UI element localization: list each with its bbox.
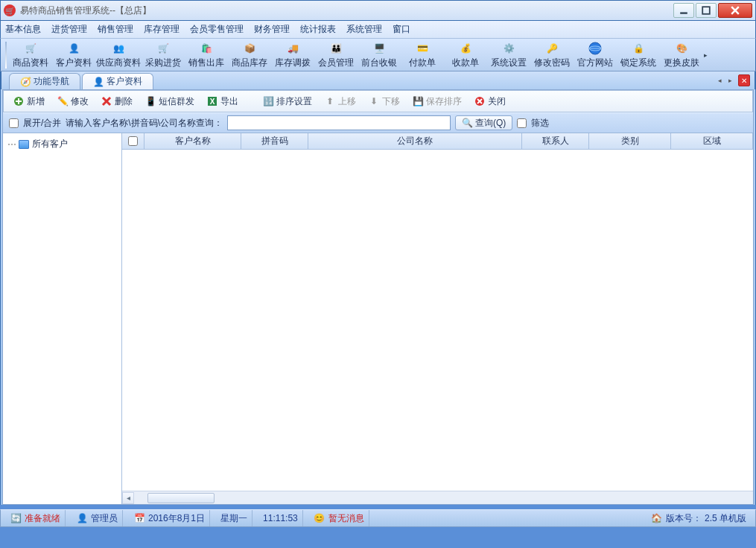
status-date: 📅2016年8月1日 (129, 510, 210, 526)
col-customer-name[interactable]: 客户名称 (144, 133, 241, 149)
tab-next[interactable]: ▸ (725, 74, 735, 86)
menu-reports[interactable]: 统计报表 (300, 23, 336, 36)
expand-checkbox[interactable] (9, 118, 19, 128)
tb-purchase-in[interactable]: 🛒采购进货 (142, 40, 184, 70)
tb-settings[interactable]: ⚙️系统设置 (488, 40, 530, 70)
globe-icon (588, 41, 603, 56)
status-bar: 🔄准备就绪 👤管理员 📅2016年8月1日 星期一 11:11:53 😊暂无消息… (0, 509, 756, 527)
menu-bar: 基本信息 进货管理 销售管理 库存管理 会员零售管理 财务管理 统计报表 系统管… (0, 21, 756, 39)
tb-stock[interactable]: 📦商品库存 (229, 40, 270, 70)
add-button[interactable]: 新增 (8, 94, 49, 109)
payout-icon: 💳 (415, 41, 430, 56)
tab-customer[interactable]: 👤 客户资料 (82, 73, 153, 89)
tab-strip: 🧭 功能导航 👤 客户资料 ◂ ▸ ✕ (1, 71, 755, 89)
truck-icon: 🚚 (285, 41, 300, 56)
refresh-icon: 🔄 (10, 512, 22, 524)
status-time: 11:11:53 (258, 510, 303, 526)
grid-header: 客户名称 拼音码 公司名称 联系人 类别 区域 (122, 133, 753, 150)
tb-member[interactable]: 👪会员管理 (315, 40, 357, 70)
tb-password[interactable]: 🔑修改密码 (531, 40, 573, 70)
excel-icon: X (206, 95, 218, 107)
col-region[interactable]: 区域 (671, 133, 753, 149)
tb-pos[interactable]: 🖥️前台收银 (358, 40, 400, 70)
toolbar-overflow[interactable]: ▸ (704, 51, 711, 59)
tb-sales-out[interactable]: 🛍️销售出库 (185, 40, 227, 70)
msg-icon: 😊 (314, 512, 325, 524)
key-icon: 🔑 (544, 41, 559, 56)
scroll-left[interactable]: ◂ (122, 492, 134, 504)
tb-transfer[interactable]: 🚚库存调拨 (272, 40, 314, 70)
tb-supplier-info[interactable]: 👥供应商资料 (96, 40, 141, 70)
filter-label: 筛选 (531, 117, 549, 130)
tab-nav[interactable]: 🧭 功能导航 (9, 73, 80, 89)
export-button[interactable]: X导出 (202, 94, 243, 109)
tb-customer-info[interactable]: 👤客户资料 (53, 40, 95, 70)
close-icon (474, 95, 486, 107)
edit-button[interactable]: ✏️修改 (52, 94, 93, 109)
col-contact[interactable]: 联系人 (522, 133, 589, 149)
cart-in-icon: 🛒 (156, 41, 171, 56)
status-version: 🏠版本号：2.5 单机版 (647, 510, 751, 526)
menu-stock[interactable]: 库存管理 (144, 23, 180, 36)
status-msg: 😊暂无消息 (309, 510, 369, 526)
box-icon: 📦 (242, 41, 257, 56)
plus-icon (13, 95, 25, 107)
app-icon: 🛒 (4, 4, 16, 16)
expand-label: 展开/合并 (23, 117, 61, 130)
col-company[interactable]: 公司名称 (308, 133, 522, 149)
tb-website[interactable]: 官方网站 (574, 40, 616, 70)
tab-prev[interactable]: ◂ (714, 74, 725, 86)
sort-icon: 🔢 (262, 95, 274, 107)
search-input[interactable] (227, 115, 451, 130)
grid-body (122, 150, 753, 491)
menu-basic-info[interactable]: 基本信息 (5, 23, 41, 36)
nav-icon: 🧭 (20, 77, 31, 87)
menu-finance[interactable]: 财务管理 (254, 23, 290, 36)
tree-root[interactable]: ⋯ 所有客户 (7, 136, 117, 152)
close-tab-button[interactable]: 关闭 (469, 94, 510, 109)
user-status-icon: 👤 (76, 512, 88, 524)
scroll-thumb[interactable] (147, 493, 215, 503)
move-up-button[interactable]: ⬆上移 (320, 94, 360, 109)
tb-product-info[interactable]: 🛒商品资料 (10, 40, 51, 70)
tb-lock[interactable]: 🔒锁定系统 (617, 40, 659, 70)
delete-button[interactable]: 删除 (96, 94, 137, 109)
user-icon: 👤 (66, 41, 81, 56)
minimize-button[interactable] (673, 3, 694, 18)
search-button[interactable]: 🔍查询(Q) (455, 115, 512, 130)
window-title: 易特商品销售管理系统--【总店】 (20, 4, 673, 17)
main-split: ⋯ 所有客户 客户名称 拼音码 公司名称 联系人 类别 区域 ◂ (3, 133, 753, 504)
sort-settings-button[interactable]: 🔢排序设置 (258, 94, 317, 109)
cart-out-icon: 🛍️ (199, 41, 214, 56)
members-icon: 👪 (328, 41, 343, 56)
horizontal-scrollbar[interactable]: ◂ (122, 491, 753, 504)
select-all-checkbox[interactable] (128, 136, 138, 146)
lock-icon: 🔒 (631, 41, 646, 56)
tb-receipt[interactable]: 💰收款单 (445, 40, 486, 70)
search-prompt: 请输入客户名称\拼音码\公司名称查询： (66, 117, 223, 130)
move-down-button[interactable]: ⬇下移 (363, 94, 404, 109)
users-icon: 👥 (111, 41, 126, 56)
svg-rect-1 (702, 7, 710, 14)
gear-icon: ⚙️ (501, 41, 516, 56)
close-button[interactable] (718, 3, 752, 18)
filter-checkbox[interactable] (517, 118, 527, 128)
maximize-button[interactable] (696, 3, 717, 18)
tab-close-all[interactable]: ✕ (738, 74, 750, 86)
col-checkbox[interactable] (122, 133, 144, 149)
home-icon: 🏠 (651, 512, 663, 524)
title-bar: 🛒 易特商品销售管理系统--【总店】 (0, 0, 756, 21)
menu-system[interactable]: 系统管理 (346, 23, 382, 36)
col-category[interactable]: 类别 (589, 133, 671, 149)
menu-member-retail[interactable]: 会员零售管理 (190, 23, 244, 36)
sub-toolbar: 新增 ✏️修改 删除 📱短信群发 X导出 🔢排序设置 ⬆上移 ⬇下移 💾保存排序… (3, 90, 753, 112)
menu-purchase[interactable]: 进货管理 (51, 23, 87, 36)
col-pinyin[interactable]: 拼音码 (241, 133, 308, 149)
x-icon (101, 95, 112, 107)
tb-payment[interactable]: 💳付款单 (401, 40, 443, 70)
menu-window[interactable]: 窗口 (393, 23, 410, 36)
tb-skin[interactable]: 🎨更换皮肤 (661, 40, 702, 70)
menu-sales[interactable]: 销售管理 (98, 23, 133, 36)
sms-button[interactable]: 📱短信群发 (140, 94, 199, 109)
save-sort-button[interactable]: 💾保存排序 (407, 94, 466, 109)
